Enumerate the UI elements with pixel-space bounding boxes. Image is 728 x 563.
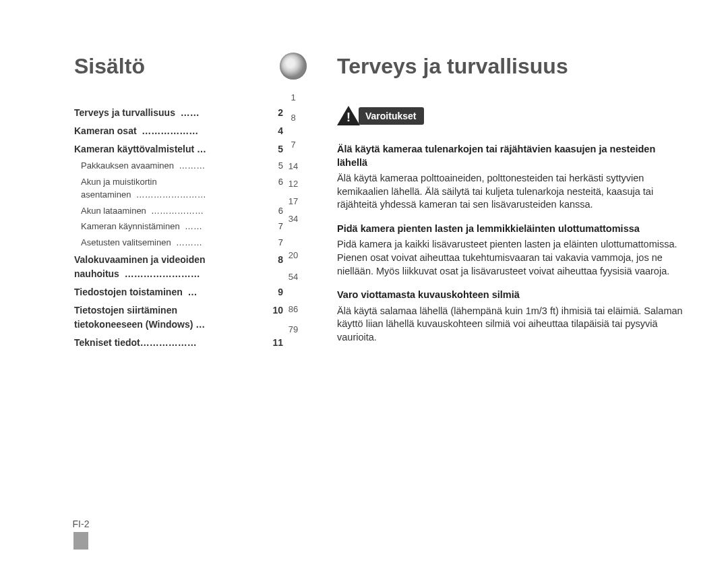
thumb-index: 1871412173420548679 (278, 53, 309, 338)
toc-row: Tiedostojen toistaminen …9 (74, 285, 283, 299)
toc-label: Akun lataaminen ……………… (81, 204, 267, 218)
warning-title: Pidä kamera pienten lasten ja lemmikkiel… (337, 223, 688, 236)
toc-label: Tietostojen siirtäminen tietokoneeseen (… (74, 303, 267, 332)
thumb-index-number: 17 (278, 193, 309, 210)
toc-label: Akun ja muistikortin asentaminen …………………… (81, 175, 267, 202)
thumb-index-number: 86 (278, 301, 309, 318)
toc-row: Terveys ja turvallisuus ……2 (74, 106, 283, 120)
toc-label: Kameran osat ……………… (74, 124, 267, 138)
toc-row: Asetusten valitseminen ………7 (74, 236, 283, 249)
warning-badge: ! Varoitukset (337, 106, 688, 125)
page-tab-bar (73, 532, 88, 550)
toc-heading: Sisältö (74, 54, 283, 79)
toc-list: Terveys ja turvallisuus ……2Kameran osat … (74, 106, 283, 350)
thumb-index-number: 12 (278, 175, 309, 193)
safety-column: Terveys ja turvallisuus ! Varoitukset Äl… (337, 54, 688, 536)
warning-sections: Älä käytä kameraa tulenarkojen tai räjäh… (337, 143, 688, 344)
page-number: FI-2 (67, 518, 94, 529)
toc-label: Kameran käyttövalmistelut … (74, 142, 267, 156)
warning-triangle-icon: ! (337, 106, 360, 125)
thumb-index-number: 34 (278, 210, 309, 228)
toc-row: Kameran käyttövalmistelut …5 (74, 142, 283, 156)
toc-row: Kameran osat ………………4 (74, 124, 283, 138)
thumb-index-number: 79 (278, 321, 309, 338)
warning-title: Varo viottamasta kuvauskohteen silmiä (337, 289, 688, 302)
page-footer-tab: FI-2 (67, 518, 94, 550)
disc-icon (280, 53, 307, 80)
thumb-index-number: 7 (278, 136, 309, 154)
warning-body: Älä käytä salamaa lähellä (lähempänä kui… (337, 305, 688, 345)
thumb-index-number: 8 (278, 109, 309, 127)
toc-label: Tekniset tiedot……………… (74, 336, 267, 350)
warning-label: Varoitukset (359, 107, 424, 125)
toc-row: Pakkauksen avaaminen ………5 (74, 159, 283, 173)
warning-body: Älä käytä kameraa polttoaineiden, poltto… (337, 172, 688, 212)
toc-label: Tiedostojen toistaminen … (74, 285, 267, 299)
toc-row: Akun ja muistikortin asentaminen …………………… (74, 175, 283, 202)
warning-title: Älä käytä kameraa tulenarkojen tai räjäh… (337, 143, 688, 169)
toc-row: Tekniset tiedot………………11 (74, 336, 283, 350)
toc-label: Kameran käynnistäminen …… (81, 220, 267, 233)
warning-body: Pidä kamera ja kaikki lisävarusteet pien… (337, 238, 688, 278)
toc-label: Terveys ja turvallisuus …… (74, 106, 267, 120)
toc-column: Sisältö Terveys ja turvallisuus ……2Kamer… (74, 54, 283, 536)
thumb-index-number: 14 (278, 158, 309, 175)
toc-label: Asetusten valitseminen ……… (81, 236, 267, 249)
thumb-index-number: 20 (278, 247, 309, 264)
toc-label: Pakkauksen avaaminen ……… (81, 159, 267, 173)
toc-label: Valokuvaaminen ja videoiden nauhoitus ……… (74, 253, 267, 281)
toc-row: Akun lataaminen ………………6 (74, 204, 283, 218)
toc-row: Valokuvaaminen ja videoiden nauhoitus ……… (74, 253, 283, 281)
thumb-index-number: 1 (278, 89, 309, 107)
toc-row: Kameran käynnistäminen ……7 (74, 220, 283, 233)
safety-heading: Terveys ja turvallisuus (337, 54, 688, 79)
toc-row: Tietostojen siirtäminen tietokoneeseen (… (74, 303, 283, 332)
thumb-index-number: 54 (278, 268, 309, 286)
